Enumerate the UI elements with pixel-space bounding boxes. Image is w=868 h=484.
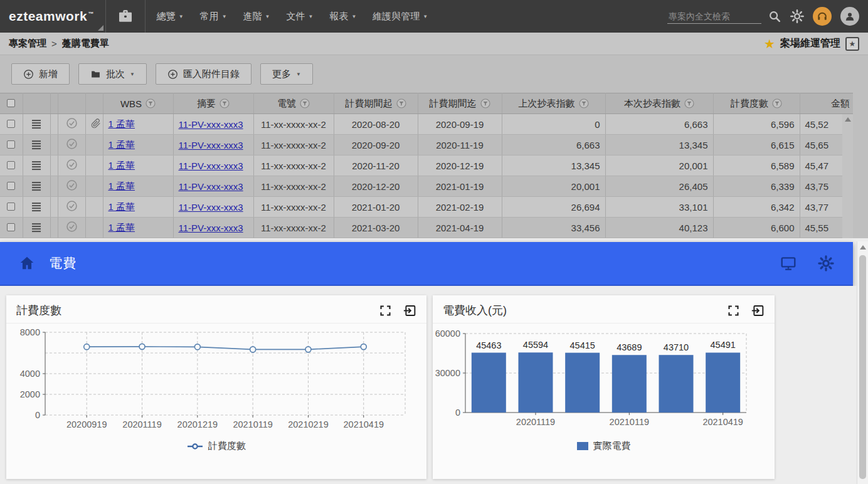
table-row: 1 孟華11-PV-xxx-xxx311-xx-xxxx-xx-22020-09… — [0, 135, 853, 155]
filter-icon[interactable] — [579, 98, 589, 108]
monitor-icon[interactable] — [780, 255, 797, 271]
row-menu-icon[interactable] — [31, 221, 42, 233]
row-checkbox[interactable] — [7, 223, 15, 231]
row-checkbox[interactable] — [7, 140, 15, 149]
wbs-link[interactable]: 1 孟華 — [109, 118, 135, 129]
revenue-chart-title: 電費收入(元) — [443, 303, 507, 318]
revenue-chart-card: 電費收入(元) 03000060000454634559420201119454… — [433, 295, 775, 479]
curr-reading-cell: 40,123 — [605, 218, 713, 238]
table-row: 1 孟華11-PV-xxx-xxx311-xx-xxxx-xx-22021-01… — [0, 197, 853, 218]
support-button[interactable] — [813, 7, 832, 26]
table-scrollbar[interactable] — [842, 114, 853, 238]
table-body: 1 孟華11-PV-xxx-xxx311-xx-xxxx-xx-22020-08… — [0, 114, 853, 238]
filter-icon[interactable] — [220, 98, 230, 108]
menu-item-4[interactable]: 報表▼ — [329, 11, 356, 23]
caret-down-icon: ▼ — [265, 14, 270, 19]
batch-button[interactable]: 批次 ▼ — [78, 63, 147, 85]
svg-text:20201219: 20201219 — [177, 419, 218, 429]
caret-down-icon: ▼ — [351, 14, 356, 19]
caret-down-icon: ▼ — [308, 14, 313, 19]
export-icon[interactable] — [751, 304, 765, 317]
kwh-cell: 6,342 — [713, 197, 800, 218]
summary-link[interactable]: 11-PV-xxx-xxx3 — [179, 140, 243, 150]
row-menu-icon[interactable] — [31, 201, 42, 212]
import-attachments-button[interactable]: 匯入附件目錄 — [156, 63, 251, 85]
period-start-cell: 2020-11-20 — [334, 155, 418, 176]
menu-item-3[interactable]: 文件▼ — [286, 11, 313, 23]
wbs-link[interactable]: 1 孟華 — [109, 181, 135, 191]
filter-icon[interactable] — [146, 98, 156, 108]
summary-link[interactable]: 11-PV-xxx-xxx3 — [179, 202, 243, 213]
scrollbar-thumb[interactable] — [859, 255, 866, 479]
period-start-cell: 2021-01-20 — [334, 197, 418, 218]
page-scrollbar[interactable] — [857, 241, 868, 484]
attachment-paperclip-icon[interactable] — [91, 118, 101, 129]
curr-reading-cell: 26,405 — [605, 176, 713, 197]
row-menu-icon[interactable] — [31, 180, 42, 191]
status-check-icon[interactable] — [66, 201, 77, 211]
account-button[interactable] — [840, 7, 859, 26]
scroll-up-arrow-icon[interactable] — [845, 117, 851, 122]
summary-link[interactable]: 11-PV-xxx-xxx3 — [179, 160, 243, 171]
svg-text:20210419: 20210419 — [702, 417, 743, 427]
wbs-link[interactable]: 1 孟華 — [109, 201, 135, 212]
filter-icon[interactable] — [772, 98, 782, 108]
period-end-cell: 2020-09-19 — [418, 114, 502, 135]
scroll-up-arrow-icon[interactable] — [860, 245, 866, 250]
add-button[interactable]: 新增 — [11, 63, 70, 85]
revenue-chart-legend[interactable]: 實際電費 — [433, 440, 775, 452]
status-check-icon[interactable] — [66, 139, 77, 149]
bill-table: WBS摘要電號計費期間起計費期間迄上次抄表指數本次抄表指數計費度數金額 1 孟華… — [0, 93, 853, 238]
svg-text:20201119: 20201119 — [122, 419, 161, 429]
filter-icon[interactable] — [480, 98, 490, 108]
home-icon[interactable] — [19, 255, 35, 271]
breadcrumb-parent[interactable]: 專案管理 — [9, 38, 46, 50]
kwh-cell: 6,600 — [713, 218, 800, 238]
svg-text:45491: 45491 — [711, 340, 736, 350]
breadcrumb-current: 躉購電費單 — [62, 38, 109, 50]
svg-text:45594: 45594 — [523, 340, 548, 350]
status-check-icon[interactable] — [66, 221, 77, 232]
menu-item-2[interactable]: 進階▼ — [243, 11, 270, 23]
wbs-link[interactable]: 1 孟華 — [109, 139, 135, 150]
fullscreen-icon[interactable] — [379, 304, 392, 317]
bookmark-star-button[interactable]: ★ — [845, 37, 859, 51]
status-check-icon[interactable] — [66, 180, 77, 191]
svg-text:60000: 60000 — [435, 329, 460, 339]
row-checkbox[interactable] — [7, 203, 15, 211]
row-menu-icon[interactable] — [31, 118, 42, 129]
filter-icon[interactable] — [396, 98, 406, 108]
logo[interactable]: ezteamwork™ — [0, 0, 106, 33]
search-icon[interactable] — [768, 9, 781, 23]
global-search-input[interactable] — [667, 9, 761, 24]
summary-link[interactable]: 11-PV-xxx-xxx3 — [179, 181, 243, 192]
menu-item-5[interactable]: 維護與管理▼ — [373, 11, 428, 23]
settings-gear-icon[interactable] — [790, 9, 804, 23]
row-menu-icon[interactable] — [31, 159, 42, 171]
summary-link[interactable]: 11-PV-xxx-xxx3 — [179, 119, 243, 130]
export-icon[interactable] — [403, 304, 416, 317]
workspace-button[interactable] — [106, 0, 146, 33]
row-menu-icon[interactable] — [31, 139, 42, 150]
filter-icon[interactable] — [300, 98, 310, 108]
row-checkbox[interactable] — [7, 182, 15, 190]
fullscreen-icon[interactable] — [727, 304, 740, 317]
summary-link[interactable]: 11-PV-xxx-xxx3 — [179, 223, 243, 233]
favorite-star-icon[interactable]: ★ — [764, 38, 775, 50]
wbs-link[interactable]: 1 孟華 — [109, 222, 135, 233]
svg-text:20210119: 20210119 — [610, 417, 649, 427]
status-check-icon[interactable] — [66, 159, 77, 170]
row-checkbox[interactable] — [7, 161, 15, 169]
more-button[interactable]: 更多 ▼ — [260, 63, 313, 85]
select-all-checkbox[interactable] — [7, 99, 15, 107]
caret-down-icon: ▼ — [296, 71, 301, 77]
kwh-chart-legend[interactable]: 計費度數 — [6, 440, 426, 452]
period-end-cell: 2021-02-19 — [418, 197, 502, 218]
menu-item-1[interactable]: 常用▼ — [200, 11, 227, 23]
panel-settings-gear-icon[interactable] — [818, 255, 834, 271]
wbs-link[interactable]: 1 孟華 — [109, 160, 135, 171]
row-checkbox[interactable] — [7, 120, 15, 128]
filter-icon[interactable] — [684, 98, 694, 108]
status-check-icon[interactable] — [66, 118, 77, 129]
menu-item-0[interactable]: 總覽▼ — [157, 11, 184, 23]
